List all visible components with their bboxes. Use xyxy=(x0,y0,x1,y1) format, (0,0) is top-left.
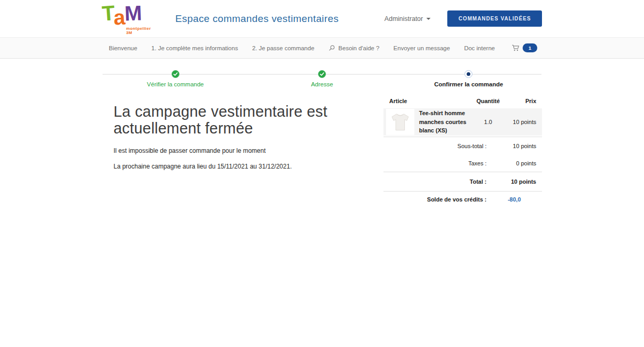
campaign-closed-section: La campagne vestimentaire est actuelleme… xyxy=(102,92,383,207)
tam-logo-letters: TaM xyxy=(102,3,159,28)
logo-letter-t: T xyxy=(101,2,115,24)
step-label: Adresse xyxy=(311,81,333,87)
app-header: TaM montpellier 3M Espace commandes vest… xyxy=(0,0,644,37)
column-article: Article xyxy=(383,98,472,104)
product-name: Tee-shirt homme manches courtes blanc (X… xyxy=(414,109,472,135)
subtotal-label: Sous-total : xyxy=(383,143,487,149)
nav-item-bienvenue[interactable]: Bienvenue xyxy=(109,45,137,51)
logo-letter-m: M xyxy=(124,2,141,24)
step-verifier-commande: Vérifier la commande xyxy=(102,70,248,87)
white-tshirt-image xyxy=(389,111,411,133)
total-row: Total : 10 points xyxy=(383,172,542,191)
taxes-value: 0 points xyxy=(487,160,542,166)
radio-selected-icon xyxy=(465,70,472,78)
user-menu-dropdown[interactable]: Administrator xyxy=(385,15,431,23)
column-quantity: Quantité xyxy=(472,98,504,104)
step-label: Confirmer la commande xyxy=(434,81,503,87)
nav-item-passe-commande[interactable]: 2. Je passe commande xyxy=(252,45,314,51)
nav-item-besoin-aide[interactable]: Besoin d'aide ? xyxy=(329,44,379,51)
nav-item-besoin-aide-label: Besoin d'aide ? xyxy=(338,45,379,51)
campaign-closed-heading: La campagne vestimentaire est actuelleme… xyxy=(114,103,359,137)
nav-item-informations[interactable]: 1. Je complète mes informations xyxy=(151,45,238,51)
column-price: Prix xyxy=(504,98,542,104)
step-label: Vérifier la commande xyxy=(147,81,204,87)
taxes-row: Taxes : 0 points xyxy=(383,154,542,172)
check-circle-icon xyxy=(172,70,179,78)
logo-letter-a: a xyxy=(113,6,125,28)
step-confirmer-commande: Confirmer la commande xyxy=(396,70,542,87)
order-stepper: Vérifier la commande Adresse Confirmer l… xyxy=(102,70,542,87)
user-menu-label: Administrator xyxy=(385,15,423,23)
step-adresse: Adresse xyxy=(248,70,395,87)
main-nav: Bienvenue 1. Je complète mes information… xyxy=(0,37,644,59)
search-icon xyxy=(329,44,335,51)
check-circle-icon xyxy=(318,70,326,78)
total-value: 10 points xyxy=(487,178,542,185)
tam-logo[interactable]: TaM montpellier 3M xyxy=(102,3,159,35)
cart-count-badge: 1 xyxy=(523,43,537,52)
caret-down-icon xyxy=(426,18,431,20)
subtotal-row: Sous-total : 10 points xyxy=(383,137,542,154)
campaign-closed-message: Il est impossible de passer commande pou… xyxy=(114,147,383,154)
product-quantity: 1.0 xyxy=(472,119,504,125)
nav-item-doc-interne[interactable]: Doc interne xyxy=(464,45,495,51)
order-totals: Sous-total : 10 points Taxes : 0 points … xyxy=(383,137,542,207)
taxes-label: Taxes : xyxy=(383,160,487,166)
order-item-row: Tee-shirt homme manches courtes blanc (X… xyxy=(383,108,542,136)
subtotal-value: 10 points xyxy=(487,143,542,149)
credit-balance-label: Solde de vos crédits : xyxy=(383,196,487,203)
validated-orders-button[interactable]: COMMANDES VALIDÉES xyxy=(447,10,542,27)
product-thumbnail xyxy=(386,109,414,135)
total-label: Total : xyxy=(383,178,487,185)
order-table-header: Article Quantité Prix xyxy=(383,95,542,108)
order-summary: Article Quantité Prix Tee-shirt homme ma… xyxy=(383,92,542,207)
main-content: Vérifier la commande Adresse Confirmer l… xyxy=(102,70,542,207)
credit-balance-value: -80,0 xyxy=(487,196,542,203)
credit-balance-row: Solde de vos crédits : -80,0 xyxy=(383,191,542,207)
cart-icon xyxy=(512,44,519,52)
page-title: Espace commandes vestimentaires xyxy=(175,13,338,25)
product-price: 10 points xyxy=(504,119,542,125)
nav-item-envoyer-message[interactable]: Envoyer un message xyxy=(393,45,450,51)
logo-subtitle: montpellier 3M xyxy=(126,27,159,35)
cart-button[interactable]: 1 xyxy=(512,43,542,52)
next-campaign-dates: La prochaine campagne aura lieu du 15/11… xyxy=(114,163,383,170)
